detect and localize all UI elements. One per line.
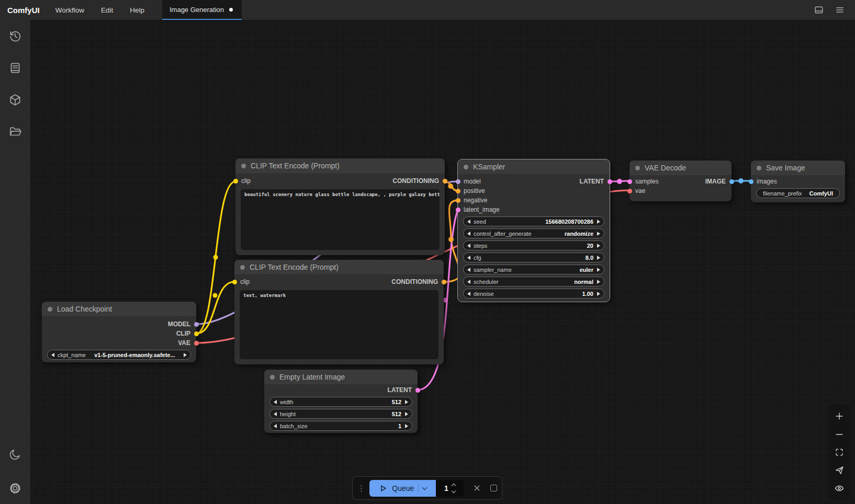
node-header[interactable]: Empty Latent Image [264, 370, 418, 384]
count-stepper[interactable] [452, 484, 455, 492]
decrement-arrow-icon[interactable] [467, 220, 470, 224]
port-clip-output[interactable] [194, 331, 199, 336]
increment-arrow-icon[interactable] [405, 424, 408, 428]
clear-queue-button[interactable] [473, 484, 481, 492]
step-up-icon[interactable] [451, 483, 455, 487]
zoom-in-button[interactable] [833, 409, 846, 423]
node-header[interactable]: VAE Decode [629, 161, 732, 175]
port-samples-input[interactable] [627, 179, 632, 184]
prompt-textarea[interactable]: text, watermark [240, 290, 438, 359]
fit-view-button[interactable] [833, 445, 846, 459]
port-vae-input[interactable] [627, 189, 632, 193]
collapse-dot-icon[interactable] [270, 375, 275, 380]
toggle-links-eye-button[interactable] [833, 482, 846, 495]
step-down-icon[interactable] [451, 488, 455, 492]
increment-arrow-icon[interactable] [597, 244, 600, 248]
node-ksampler[interactable]: KSampler model LATENT positive negative … [458, 159, 610, 302]
prompt-textarea[interactable]: beautiful scenery nature glass bottle la… [241, 189, 440, 250]
node-header[interactable]: CLIP Text Encode (Prompt) [235, 158, 445, 173]
collapse-dot-icon[interactable] [464, 165, 468, 169]
workflow-history-icon[interactable] [5, 26, 26, 47]
widget-ckpt-name[interactable]: ckpt_name v1-5-pruned-emaonly.safete... [47, 350, 191, 360]
collapse-dot-icon[interactable] [240, 265, 245, 270]
widget-filename-prefix[interactable]: filename_prefix ComfyUI [756, 188, 840, 198]
node-header[interactable]: CLIP Text Encode (Prompt) [234, 260, 444, 274]
decrement-arrow-icon[interactable] [274, 412, 277, 416]
decrement-arrow-icon[interactable] [467, 268, 470, 272]
node-header[interactable]: Save Image [751, 161, 845, 175]
increment-arrow-icon[interactable] [597, 292, 600, 296]
batch-count-value[interactable]: 1 [444, 484, 448, 492]
port-model-output[interactable] [194, 322, 199, 327]
increment-arrow-icon[interactable] [405, 400, 408, 404]
theme-toggle-moon-icon[interactable] [5, 444, 26, 465]
widget-control-after-generate[interactable]: control_after_generate randomize [463, 228, 604, 238]
queue-log-icon[interactable] [5, 58, 26, 78]
chevron-down-icon[interactable] [422, 485, 428, 490]
settings-gear-icon[interactable] [5, 478, 26, 499]
port-model-input[interactable] [456, 179, 460, 184]
navigate-cursor-button[interactable] [833, 463, 846, 477]
collapse-dot-icon[interactable] [48, 307, 52, 312]
decrement-arrow-icon[interactable] [467, 292, 470, 296]
port-conditioning-output[interactable] [442, 280, 446, 284]
node-clip-text-encode-negative[interactable]: CLIP Text Encode (Prompt) clip CONDITION… [234, 260, 444, 364]
node-empty-latent-image[interactable]: Empty Latent Image LATENT width 512 heig… [264, 370, 418, 433]
port-image-output[interactable] [729, 179, 734, 184]
node-vae-decode[interactable]: VAE Decode samples IMAGE vae [629, 161, 732, 201]
port-latent-image-input[interactable] [456, 208, 460, 212]
widget-scheduler[interactable]: scheduler normal [463, 277, 604, 287]
tab-image-generation[interactable]: Image Generation [162, 0, 242, 20]
decrement-arrow-icon[interactable] [51, 353, 54, 357]
stop-button[interactable] [490, 485, 497, 491]
port-negative-input[interactable] [456, 198, 460, 203]
port-latent-output[interactable] [415, 388, 420, 393]
increment-arrow-icon[interactable] [597, 232, 600, 236]
decrement-arrow-icon[interactable] [467, 280, 470, 284]
node-save-image[interactable]: Save Image images filename_prefix ComfyU… [751, 161, 845, 202]
increment-arrow-icon[interactable] [597, 268, 600, 272]
widget-batch-size[interactable]: batch_size 1 [269, 421, 412, 431]
increment-arrow-icon[interactable] [597, 280, 600, 284]
drag-handle-icon[interactable]: ⋮ [357, 484, 365, 493]
collapse-dot-icon[interactable] [241, 164, 246, 168]
port-latent-output[interactable] [608, 179, 612, 184]
decrement-arrow-icon[interactable] [467, 232, 470, 236]
port-positive-input[interactable] [456, 189, 460, 193]
widget-steps[interactable]: steps 20 [463, 240, 604, 250]
port-conditioning-output[interactable] [443, 179, 447, 184]
node-header[interactable]: KSampler [458, 159, 610, 174]
node-load-checkpoint[interactable]: Load Checkpoint MODEL CLIP VAE ckpt_name… [42, 302, 196, 362]
port-clip-input[interactable] [232, 280, 237, 284]
node-library-icon[interactable] [5, 89, 26, 110]
queue-bar[interactable]: ⋮ Queue 1 [352, 476, 502, 500]
widget-width[interactable]: width 512 [269, 397, 412, 407]
collapse-dot-icon[interactable] [757, 166, 761, 170]
increment-arrow-icon[interactable] [184, 353, 187, 357]
node-clip-text-encode-positive[interactable]: CLIP Text Encode (Prompt) clip CONDITION… [235, 158, 445, 255]
port-clip-input[interactable] [233, 179, 238, 184]
decrement-arrow-icon[interactable] [274, 400, 277, 404]
menu-workflow[interactable]: Workflow [47, 0, 93, 20]
decrement-arrow-icon[interactable] [467, 256, 470, 260]
zoom-out-button[interactable] [833, 428, 846, 441]
port-vae-output[interactable] [194, 341, 199, 346]
port-images-input[interactable] [749, 179, 753, 184]
menu-help[interactable]: Help [121, 0, 153, 20]
hamburger-menu-icon[interactable] [832, 2, 848, 18]
increment-arrow-icon[interactable] [405, 412, 408, 416]
workflows-folder-icon[interactable] [5, 121, 26, 142]
bottom-panel-icon[interactable] [811, 2, 827, 18]
widget-height[interactable]: height 512 [269, 409, 412, 419]
decrement-arrow-icon[interactable] [274, 424, 277, 428]
batch-count-spinner[interactable]: 1 [436, 480, 464, 497]
increment-arrow-icon[interactable] [597, 220, 600, 224]
node-header[interactable]: Load Checkpoint [42, 302, 196, 316]
widget-sampler-name[interactable]: sampler_name euler [463, 265, 604, 274]
widget-seed[interactable]: seed 156680208700286 [463, 216, 604, 226]
menu-edit[interactable]: Edit [93, 0, 121, 20]
queue-button[interactable]: Queue [369, 480, 436, 497]
widget-denoise[interactable]: denoise 1.00 [463, 289, 604, 299]
decrement-arrow-icon[interactable] [467, 244, 470, 248]
widget-cfg[interactable]: cfg 8.0 [463, 253, 604, 262]
